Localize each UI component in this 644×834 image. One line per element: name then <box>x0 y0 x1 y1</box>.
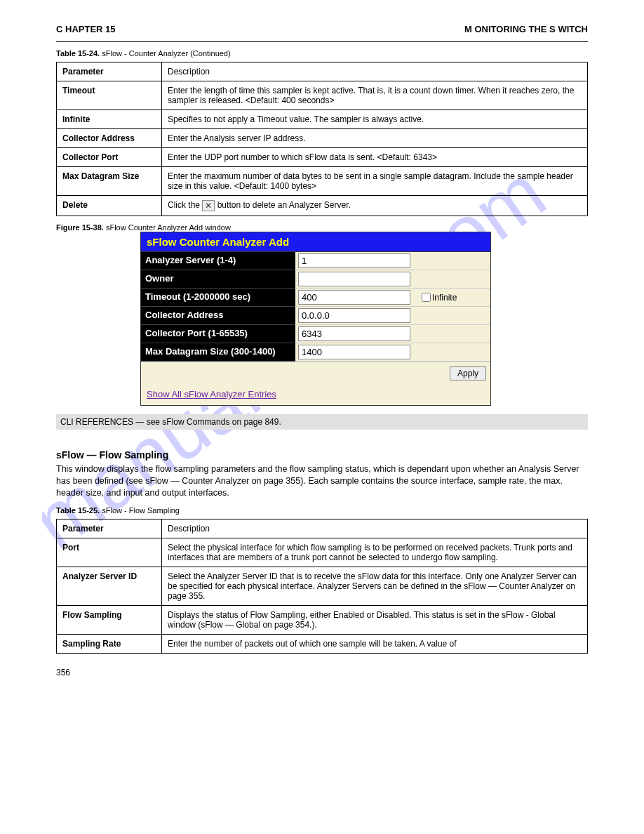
row-sampling-rate-desc: Enter the number of packets out of which… <box>162 634 588 653</box>
row-infinite-desc: Specifies to not apply a Timeout value. … <box>162 110 588 129</box>
row-infinite-label: Infinite <box>57 110 162 129</box>
row-delete-label: Delete <box>57 196 162 216</box>
input-owner[interactable] <box>298 272 410 286</box>
row-timeout-label: Timeout <box>57 81 162 110</box>
row-max-datagram-desc: Enter the maximum number of data bytes t… <box>162 167 588 196</box>
page-number: 356 <box>56 668 588 677</box>
table-sflow-counter-analyzer: Parameter Description Timeout Enter the … <box>56 62 588 216</box>
th2-description: Description <box>162 519 588 538</box>
row-collector-address-desc: Enter the Analysis server IP address. <box>162 129 588 148</box>
input-analyzer-server[interactable] <box>298 253 410 268</box>
checkbox-infinite[interactable] <box>422 293 431 302</box>
table1-caption: Table 15-24. sFlow - Counter Analyzer (C… <box>56 49 588 58</box>
row-analyzer-serverid-label: Analyzer Server ID <box>57 567 162 605</box>
input-timeout[interactable] <box>298 290 410 305</box>
sflow-counter-analyzer-add-panel: sFlow Counter Analyzer Add Analyzer Serv… <box>140 232 491 406</box>
apply-button[interactable]: Apply <box>450 366 486 380</box>
row-flow-sampling-label: Flow Sampling <box>57 605 162 634</box>
figure-caption: Figure 15-38. sFlow Counter Analyzer Add… <box>56 223 588 232</box>
show-all-entries-link[interactable]: Show All sFlow Analyzer Entries <box>147 389 276 399</box>
table2-caption: Table 15-25. sFlow - Flow Sampling <box>56 506 588 515</box>
label-analyzer-server: Analyzer Server (1-4) <box>141 252 295 270</box>
row-flow-sampling-desc: Displays the status of Flow Sampling, ei… <box>162 605 588 634</box>
row-collector-address-label: Collector Address <box>57 129 162 148</box>
input-max-datagram[interactable] <box>298 345 410 359</box>
input-collector-port[interactable] <box>298 326 410 341</box>
row-collector-port-desc: Enter the UDP port number to which sFlow… <box>162 148 588 167</box>
page-title: M ONITORING THE S WITCH <box>464 24 588 34</box>
label-owner: Owner <box>141 270 295 289</box>
row-port-desc: Select the physical interface for which … <box>162 538 588 567</box>
table-sflow-flow-sampling: Parameter Description Port Select the ph… <box>56 519 588 654</box>
row-port-label: Port <box>57 538 162 567</box>
th-description: Description <box>162 62 588 81</box>
input-collector-address[interactable] <box>298 308 410 323</box>
row-timeout-desc: Enter the length of time this sampler is… <box>162 81 588 110</box>
th2-parameter: Parameter <box>57 519 162 538</box>
delete-icon: ✕ <box>202 200 215 211</box>
th-parameter: Parameter <box>57 62 162 81</box>
label-collector-port: Collector Port (1-65535) <box>141 325 295 343</box>
row-max-datagram-label: Max Datagram Size <box>57 167 162 196</box>
label-infinite-cb: Infinite <box>432 293 457 303</box>
label-collector-address: Collector Address <box>141 307 295 325</box>
row-analyzer-serverid-desc: Select the Analyzer Server ID that is to… <box>162 567 588 605</box>
chapter-label: C HAPTER 15 <box>56 24 116 34</box>
cli-references: CLI REFERENCES — see sFlow Commands on p… <box>56 414 588 430</box>
panel-title: sFlow Counter Analyzer Add <box>141 232 490 252</box>
row-sampling-rate-label: Sampling Rate <box>57 634 162 653</box>
row-delete-desc: Click the ✕ button to delete an Analyzer… <box>162 196 588 216</box>
label-max-datagram: Max Datagram Size (300-1400) <box>141 343 295 362</box>
para-flow-sampling: This window displays the flow sampling p… <box>56 463 588 499</box>
heading-flow-sampling: sFlow — Flow Sampling <box>56 449 588 461</box>
label-timeout: Timeout (1-2000000 sec) <box>141 289 295 307</box>
row-collector-port-label: Collector Port <box>57 148 162 167</box>
